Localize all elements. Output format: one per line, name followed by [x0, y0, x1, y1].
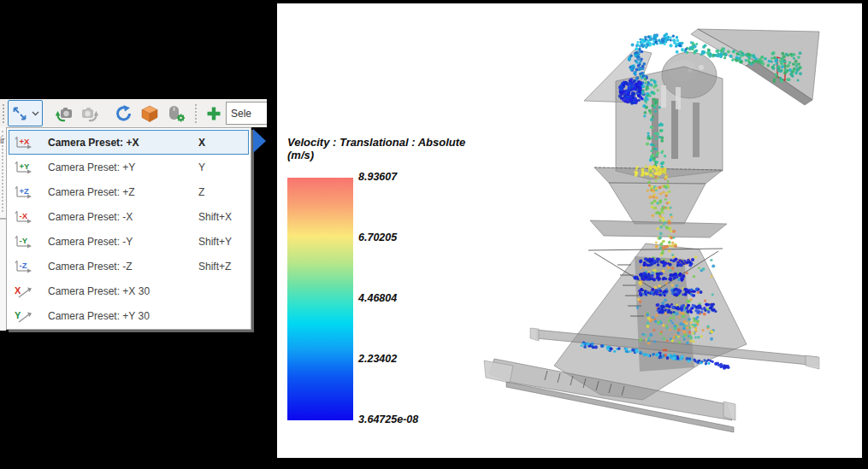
axis-preset-icon: +Z: [14, 185, 36, 200]
colorbar-tick-label: 8.93607: [358, 171, 397, 183]
add-icon: [205, 105, 222, 122]
menu-item-label: Camera Preset: -X: [48, 211, 198, 223]
menu-item-label: Camera Preset: +Y: [48, 161, 198, 173]
menu-item-camera-preset[interactable]: -ZCamera Preset: -ZShift+Z: [9, 254, 249, 278]
menu-item-label: Camera Preset: +X 30: [48, 285, 198, 297]
3d-viewport[interactable]: Velocity : Translational : Absolute (m/s…: [277, 3, 862, 458]
svg-text:+Y: +Y: [20, 161, 31, 171]
toolbar: Sele: [0, 99, 267, 127]
axis-preset-icon: -Y: [14, 234, 36, 249]
svg-text:-X: -X: [20, 211, 28, 220]
select-dropdown-text: Sele: [231, 108, 251, 120]
mouse-settings-icon: [166, 104, 186, 123]
menu-item-shortcut: Y: [198, 161, 248, 173]
next-camera-icon: [80, 104, 99, 123]
menu-item-shortcut: Z: [198, 186, 248, 198]
legend-title-line1: Velocity : Translational : Absolute: [287, 136, 484, 149]
menu-item-camera-preset[interactable]: YCamera Preset: +Y 30: [9, 303, 249, 328]
clipped-text-fragment: ir: [0, 136, 5, 145]
axis-preset-icon: -X: [14, 209, 36, 225]
perspective-cube-icon: [140, 104, 159, 123]
add-button[interactable]: [202, 100, 226, 126]
toolbar-grip[interactable]: [3, 104, 4, 123]
axis-preset-icon: Y: [14, 308, 36, 324]
axis-preset-icon: X: [14, 284, 36, 299]
menu-item-camera-preset[interactable]: -YCamera Preset: -YShift+Y: [9, 229, 249, 254]
previous-camera-button[interactable]: [51, 100, 77, 126]
menu-item-shortcut: X: [198, 137, 248, 149]
svg-text:Y: Y: [15, 310, 21, 320]
screen: { "toolbar": { "select_text": "Sele", "i…: [0, 0, 868, 469]
menu-item-shortcut: Shift+Z: [198, 261, 248, 273]
svg-text:+Z: +Z: [20, 186, 30, 196]
previous-camera-icon: [55, 104, 74, 123]
menu-item-camera-preset[interactable]: +XCamera Preset: +XX: [9, 130, 249, 155]
legend-title: Velocity : Translational : Absolute (m/s…: [287, 136, 484, 161]
menu-item-camera-preset[interactable]: XCamera Preset: +X 30: [9, 278, 249, 303]
colorbar-tick-label: 3.64725e-08: [358, 413, 418, 425]
axis-preset-icon: +X: [14, 135, 36, 150]
rotate-view-icon: [115, 104, 133, 123]
camera-preset-button[interactable]: [8, 100, 43, 126]
axis-preset-icon: -Z: [14, 259, 36, 274]
menu-item-shortcut: Shift+X: [198, 211, 248, 223]
camera-preset-icon: [11, 105, 28, 122]
menu-item-shortcut: Shift+Y: [198, 236, 248, 248]
mouse-settings-button[interactable]: [162, 100, 190, 126]
next-camera-button[interactable]: [77, 100, 103, 126]
svg-text:-Y: -Y: [20, 236, 28, 245]
velocity-colorbar: [287, 178, 353, 420]
legend-title-line2: (m/s): [287, 149, 484, 161]
menu-item-label: Camera Preset: +X: [48, 137, 198, 149]
simulation-scene: [277, 3, 862, 458]
axis-preset-icon: +Y: [14, 160, 36, 175]
select-dropdown[interactable]: Sele: [226, 102, 267, 125]
svg-text:X: X: [15, 285, 21, 296]
panel-divider: [0, 218, 6, 220]
menu-item-camera-preset[interactable]: -XCamera Preset: -XShift+X: [9, 204, 249, 229]
chevron-down-icon: [32, 111, 39, 116]
perspective-cube-button[interactable]: [137, 100, 162, 126]
menu-item-label: Camera Preset: +Y 30: [48, 310, 198, 322]
svg-text:+X: +X: [20, 137, 31, 146]
menu-item-label: Camera Preset: +Z: [48, 186, 198, 198]
window-fragment-strip: ir: [0, 127, 6, 331]
menu-item-label: Camera Preset: -Y: [48, 236, 198, 248]
menu-item-label: Camera Preset: -Z: [48, 261, 198, 273]
colorbar-tick-label: 2.23402: [358, 353, 397, 365]
menu-item-camera-preset[interactable]: +YCamera Preset: +YY: [9, 155, 249, 179]
svg-text:-Z: -Z: [20, 261, 27, 270]
colorbar-tick-label: 6.70205: [358, 232, 397, 243]
toolbar-separator-dotted: [195, 104, 197, 123]
colorbar-tick-label: 4.46804: [358, 292, 397, 304]
menu-item-camera-preset[interactable]: +ZCamera Preset: +ZZ: [9, 179, 249, 204]
rotate-view-button[interactable]: [111, 100, 137, 126]
callout-arrow-icon: [253, 129, 266, 153]
camera-preset-menu: +XCamera Preset: +XX+YCamera Preset: +YY…: [6, 127, 251, 330]
